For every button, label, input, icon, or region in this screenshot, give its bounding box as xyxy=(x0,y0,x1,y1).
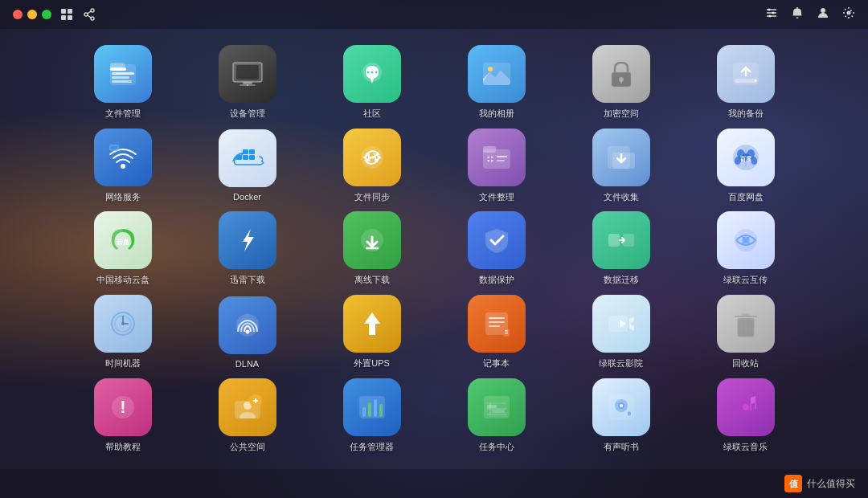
app-label-fileorg: 文件整理 xyxy=(479,191,514,203)
dock-bar: 值 什么值得买 xyxy=(0,469,868,498)
app-item-dlna[interactable]: DLNA xyxy=(207,296,288,369)
titlebar xyxy=(0,0,868,29)
app-item-device[interactable]: 设备管理 xyxy=(207,45,288,120)
bell-icon[interactable] xyxy=(791,6,804,22)
app-label-baidu: 百度网盘 xyxy=(728,191,764,203)
app-item-mobile[interactable]: 云盘 中国移动云盘 xyxy=(83,211,163,286)
app-item-migrate[interactable]: 数据迁移 xyxy=(581,211,661,286)
svg-text:云盘: 云盘 xyxy=(117,239,129,246)
svg-point-121 xyxy=(743,404,749,410)
app-label-mobile: 中国移动云盘 xyxy=(96,274,149,286)
app-icon-mobile: 云盘 xyxy=(94,211,152,269)
svg-rect-36 xyxy=(620,80,622,84)
app-icon-photos xyxy=(468,45,526,103)
app-label-social: 社区 xyxy=(363,108,381,120)
app-item-transfer[interactable]: 绿联云互传 xyxy=(706,211,786,286)
svg-rect-22 xyxy=(110,63,125,69)
app-item-photos[interactable]: 我的相册 xyxy=(457,45,537,120)
app-label-greenmusic: 绿联云音乐 xyxy=(723,441,768,453)
app-icon-taskcenter xyxy=(468,378,526,436)
app-label-migrate: 数据迁移 xyxy=(604,274,639,286)
svg-rect-44 xyxy=(243,155,248,160)
app-label-files: 文件管理 xyxy=(105,108,141,120)
app-item-filesync[interactable]: 文件同步 xyxy=(332,129,412,203)
close-button[interactable] xyxy=(13,10,23,19)
app-icon-offline xyxy=(343,211,401,269)
app-item-protect[interactable]: 数据保护 xyxy=(457,211,537,286)
traffic-lights xyxy=(13,10,51,19)
svg-point-30 xyxy=(371,71,373,74)
svg-rect-114 xyxy=(492,410,505,413)
adjust-icon[interactable] xyxy=(765,6,778,22)
svg-rect-42 xyxy=(111,146,117,149)
svg-rect-1 xyxy=(68,9,72,14)
app-item-baidu[interactable]: 百度 百度网盘 xyxy=(706,129,786,203)
svg-text:百度: 百度 xyxy=(740,155,752,161)
app-item-collect[interactable]: 文件收集 xyxy=(581,129,661,203)
app-item-docker[interactable]: Docker xyxy=(207,129,288,202)
app-item-fileorg[interactable]: 文件整理 xyxy=(457,129,537,203)
app-item-thunder[interactable]: 迅雷下载 xyxy=(207,211,288,286)
svg-point-40 xyxy=(121,164,125,169)
svg-rect-69 xyxy=(608,234,620,247)
svg-rect-0 xyxy=(61,9,66,14)
svg-point-6 xyxy=(91,17,94,20)
app-label-filesync: 文件同步 xyxy=(354,191,390,203)
app-label-taskmanager: 任务管理器 xyxy=(350,441,394,453)
app-item-help[interactable]: ! 帮助教程 xyxy=(83,378,163,453)
app-label-network: 网络服务 xyxy=(105,191,141,203)
app-icon-social xyxy=(343,45,401,103)
svg-rect-86 xyxy=(505,330,508,332)
svg-rect-113 xyxy=(487,405,497,408)
svg-rect-55 xyxy=(497,160,505,161)
minimize-button[interactable] xyxy=(27,10,37,19)
app-grid: 文件管理 设备管理 社区 我的相册 加密空间 我的备份 网络服务 xyxy=(0,29,868,469)
app-label-device: 设备管理 xyxy=(230,108,265,120)
maximize-button[interactable] xyxy=(42,10,51,19)
svg-rect-83 xyxy=(489,321,505,323)
app-item-notes[interactable]: 记事本 xyxy=(457,295,537,369)
user-icon[interactable] xyxy=(817,6,829,22)
app-item-timemachine[interactable]: 时间机器 xyxy=(83,295,163,369)
svg-marker-80 xyxy=(364,312,380,335)
app-item-cinema[interactable]: 绿联云影院 xyxy=(581,295,661,369)
svg-point-15 xyxy=(821,8,825,13)
app-icon-cinema xyxy=(592,295,650,353)
app-item-ups[interactable]: 外置UPS xyxy=(332,295,412,369)
app-item-social[interactable]: 社区 xyxy=(332,45,412,120)
svg-point-33 xyxy=(488,67,493,71)
app-item-offline[interactable]: 离线下载 xyxy=(332,211,412,286)
svg-point-118 xyxy=(620,404,623,407)
svg-marker-66 xyxy=(243,229,254,251)
svg-rect-38 xyxy=(735,79,757,83)
svg-rect-50 xyxy=(483,146,496,153)
app-item-network[interactable]: 网络服务 xyxy=(83,129,163,203)
app-item-taskmanager[interactable]: 任务管理器 xyxy=(332,378,412,453)
grid-icon[interactable] xyxy=(59,7,74,22)
app-icon-public xyxy=(219,378,276,436)
app-item-encrypt[interactable]: 加密空间 xyxy=(581,45,661,120)
app-icon-fileorg xyxy=(468,129,526,186)
app-label-offline: 离线下载 xyxy=(354,274,390,286)
app-item-trash[interactable]: 回收站 xyxy=(706,295,786,369)
app-icon-files xyxy=(94,45,152,103)
app-icon-baidu: 百度 xyxy=(717,129,775,186)
svg-text:!: ! xyxy=(120,397,125,417)
app-item-taskcenter[interactable]: 任务中心 xyxy=(457,378,537,453)
svg-point-31 xyxy=(375,71,377,74)
app-label-collect: 文件收集 xyxy=(604,191,639,203)
app-item-backup[interactable]: 我的备份 xyxy=(706,45,786,120)
app-label-public: 公共空间 xyxy=(230,441,265,453)
app-icon-greenmusic xyxy=(717,378,775,436)
app-icon-device xyxy=(219,45,276,103)
settings-icon[interactable] xyxy=(842,6,855,22)
svg-rect-2 xyxy=(61,15,66,20)
svg-rect-47 xyxy=(249,149,255,154)
svg-point-29 xyxy=(366,71,369,74)
app-label-ups: 外置UPS xyxy=(354,357,390,369)
app-item-audiobook[interactable]: 有声听书 xyxy=(581,378,661,453)
share-icon[interactable] xyxy=(82,7,96,22)
app-item-greenmusic[interactable]: 绿联云音乐 xyxy=(706,378,786,453)
app-item-files[interactable]: 文件管理 xyxy=(83,45,163,120)
app-item-public[interactable]: 公共空间 xyxy=(207,378,288,453)
